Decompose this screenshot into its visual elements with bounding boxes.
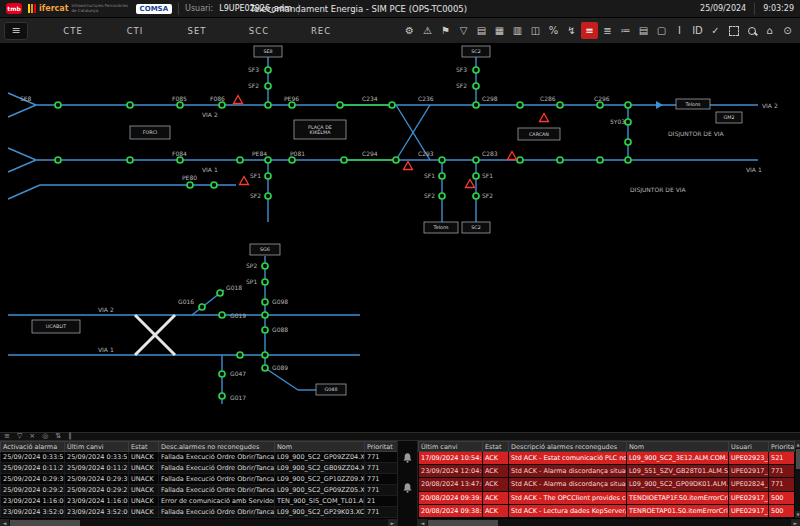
schematic-diagram[interactable]: SE8SC2FORCIPLAÇA DEKIKELMACARCANTelonsGM… — [0, 44, 800, 432]
layers-icon[interactable]: ▤ — [473, 22, 490, 39]
switch-state-node[interactable] — [199, 304, 205, 310]
switch-state-node[interactable] — [262, 299, 268, 305]
alarm-row[interactable]: 23/09/2024 1:16:00:58623/09/2024 1:16:00… — [1, 496, 398, 507]
switch-state-node[interactable] — [177, 102, 183, 108]
scroll-left-icon[interactable]: ◄ — [0, 519, 9, 526]
selection-icon[interactable] — [725, 22, 742, 39]
alarm-row[interactable]: 20/08/2024 09:39:51:154ACKStd ACK - The … — [419, 491, 795, 504]
switch-state-node[interactable] — [262, 352, 268, 358]
alarm-bell-icon[interactable] — [401, 451, 414, 465]
tab-scc[interactable]: SCC — [230, 21, 288, 41]
scrollbar-thumb[interactable] — [796, 449, 800, 469]
document-icon[interactable]: ▢ — [653, 22, 670, 39]
switch-state-node[interactable] — [265, 193, 271, 199]
pause-scroll-icon[interactable]: ∥ — [68, 433, 72, 440]
alarm-list-icon[interactable]: ≣ — [599, 22, 616, 39]
switch-state-node[interactable] — [127, 157, 133, 163]
validate-icon[interactable]: ✓ — [707, 22, 724, 39]
switch-state-node[interactable] — [265, 67, 271, 73]
horizontal-scrollbar[interactable]: ◄ ► — [0, 518, 397, 526]
switch-state-node[interactable] — [517, 157, 523, 163]
switch-state-node[interactable] — [597, 157, 603, 163]
switch-state-node[interactable] — [557, 102, 563, 108]
flag-icon[interactable]: ⚑ — [437, 22, 454, 39]
column-header[interactable]: Estat — [483, 442, 509, 452]
search-alarms-icon[interactable]: ◎ — [42, 433, 48, 440]
switch-state-node[interactable] — [625, 139, 631, 145]
tab-cti[interactable]: CTI — [106, 21, 164, 41]
alarm-row[interactable]: 23/09/2024 12:04:09:197ACKStd ACK - Alar… — [419, 465, 795, 478]
switch-state-node[interactable] — [393, 157, 399, 163]
scroll-right-icon[interactable]: ► — [791, 519, 800, 526]
scrollbar-thumb[interactable] — [428, 520, 498, 526]
hamburger-menu-button[interactable]: ≡ — [4, 22, 28, 40]
column-header[interactable]: Usuari — [729, 442, 769, 452]
switch-state-node[interactable] — [265, 83, 271, 89]
alarm-triangle-icon[interactable] — [508, 152, 517, 160]
chart-icon[interactable]: ▥ — [509, 22, 526, 39]
column-header[interactable]: Nom — [275, 442, 365, 452]
switch-state-node[interactable] — [341, 157, 347, 163]
switch-state-node[interactable] — [211, 182, 217, 188]
switch-state-node[interactable] — [262, 365, 268, 371]
switch-state-node[interactable] — [625, 102, 631, 108]
alarm-triangle-icon[interactable] — [234, 96, 243, 104]
tab-cte[interactable]: CTE — [44, 21, 102, 41]
switch-state-node[interactable] — [219, 312, 225, 318]
column-header[interactable]: Prioritat — [769, 442, 795, 452]
alarm-triangle-icon[interactable] — [404, 162, 413, 170]
switch-state-node[interactable] — [217, 290, 223, 296]
clear-filter-icon[interactable]: × — [29, 433, 35, 440]
switch-state-node[interactable] — [557, 157, 563, 163]
alarm-row[interactable]: 25/09/2024 0:33:51:50925/09/2024 0:33:51… — [1, 452, 398, 463]
zoom-icon[interactable] — [743, 22, 760, 39]
switch-state-node[interactable] — [265, 173, 271, 179]
scroll-right-icon[interactable]: ► — [388, 519, 397, 526]
column-header[interactable]: Últim canvi — [65, 442, 129, 452]
tab-rec[interactable]: REC — [292, 21, 350, 41]
scrollbar-thumb[interactable] — [10, 520, 80, 526]
column-header[interactable]: Descripció alarmes reconegudes — [509, 442, 627, 452]
switch-state-node[interactable] — [219, 371, 225, 377]
switch-state-node[interactable] — [262, 263, 268, 269]
switch-state-node[interactable] — [237, 352, 243, 358]
trend-icon[interactable]: ↯ — [563, 22, 580, 39]
switch-state-node[interactable] — [262, 312, 268, 318]
column-header[interactable]: Activació alarma — [1, 442, 65, 452]
switch-state-node[interactable] — [473, 83, 479, 89]
column-header[interactable]: Desc.alarmes no reconegudes — [159, 442, 275, 452]
switch-state-node[interactable] — [187, 182, 193, 188]
switch-state-node[interactable] — [597, 102, 603, 108]
switch-state-node[interactable] — [473, 102, 479, 108]
sort-alarms-icon[interactable]: ⇅ — [55, 433, 61, 440]
switch-state-node[interactable] — [265, 102, 271, 108]
column-header[interactable]: Estat — [129, 442, 159, 452]
switch-state-node[interactable] — [517, 102, 523, 108]
alarm-summary-icon[interactable]: ≡ — [581, 22, 598, 39]
alarm-pane-menu-icon[interactable]: ≡ — [4, 433, 10, 440]
settings-icon[interactable]: ⚙ — [401, 22, 418, 39]
switch-state-node[interactable] — [439, 157, 445, 163]
switch-state-node[interactable] — [473, 157, 479, 163]
switch-state-node[interactable] — [127, 102, 133, 108]
home-icon[interactable]: ⌂ — [761, 22, 778, 39]
switch-state-node[interactable] — [439, 193, 445, 199]
switch-state-node[interactable] — [289, 157, 295, 163]
switch-state-node[interactable] — [389, 102, 395, 108]
alarm-row[interactable]: 20/08/2024 13:47:08:981ACKStd ACK - Alar… — [419, 478, 795, 491]
print-icon[interactable]: ▦ — [491, 22, 508, 39]
switch-state-node[interactable] — [177, 157, 183, 163]
alarm-row[interactable]: 17/09/2024 10:54:36:830ACKStd ACK - Esta… — [419, 452, 795, 465]
horizontal-scrollbar[interactable]: ◄ ► — [418, 518, 800, 526]
alarm-ack-icon[interactable]: ⚠ — [419, 22, 436, 39]
switch-state-node[interactable] — [262, 327, 268, 333]
scroll-down-icon[interactable]: ▼ — [795, 511, 800, 518]
column-header[interactable]: Nom — [627, 442, 729, 452]
switch-state-node[interactable] — [625, 119, 631, 125]
scroll-up-icon[interactable]: ▲ — [795, 441, 800, 448]
percent-icon[interactable]: % — [545, 22, 562, 39]
switch-state-node[interactable] — [55, 157, 61, 163]
switch-state-node[interactable] — [337, 102, 343, 108]
switch-state-node[interactable] — [625, 157, 631, 163]
filter-alarms-icon[interactable]: ▽ — [17, 433, 22, 440]
